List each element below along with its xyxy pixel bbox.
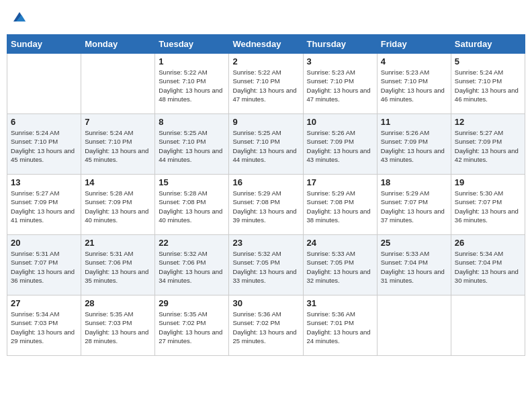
- calendar-day-cell: 7Sunrise: 5:24 AM Sunset: 7:10 PM Daylig…: [81, 114, 155, 175]
- calendar-day-cell: 3Sunrise: 5:23 AM Sunset: 7:10 PM Daylig…: [303, 54, 377, 114]
- calendar-day-cell: [377, 295, 451, 356]
- day-number: 27: [11, 298, 77, 308]
- day-info: Sunrise: 5:23 AM Sunset: 7:10 PM Dayligh…: [307, 68, 373, 103]
- day-number: 18: [381, 177, 447, 187]
- page-header: [7, 7, 525, 30]
- calendar-day-cell: 31Sunrise: 5:36 AM Sunset: 7:01 PM Dayli…: [303, 295, 377, 356]
- calendar-day-cell: 19Sunrise: 5:30 AM Sunset: 7:07 PM Dayli…: [451, 175, 525, 235]
- day-info: Sunrise: 5:28 AM Sunset: 7:08 PM Dayligh…: [159, 189, 225, 224]
- calendar-day-cell: 6Sunrise: 5:24 AM Sunset: 7:10 PM Daylig…: [7, 114, 81, 175]
- day-info: Sunrise: 5:25 AM Sunset: 7:10 PM Dayligh…: [159, 128, 225, 164]
- logo-icon: [12, 9, 27, 24]
- day-info: Sunrise: 5:29 AM Sunset: 7:08 PM Dayligh…: [307, 189, 373, 224]
- day-number: 7: [85, 117, 151, 127]
- day-number: 22: [159, 238, 225, 248]
- day-info: Sunrise: 5:33 AM Sunset: 7:05 PM Dayligh…: [307, 249, 373, 285]
- weekday-header: Sunday: [7, 35, 81, 54]
- day-info: Sunrise: 5:36 AM Sunset: 7:01 PM Dayligh…: [307, 310, 373, 345]
- day-info: Sunrise: 5:27 AM Sunset: 7:09 PM Dayligh…: [455, 128, 521, 164]
- calendar-week-row: 13Sunrise: 5:27 AM Sunset: 7:09 PM Dayli…: [7, 175, 525, 235]
- day-number: 20: [11, 238, 77, 248]
- day-number: 26: [455, 238, 521, 248]
- day-number: 23: [232, 238, 299, 248]
- calendar-day-cell: 23Sunrise: 5:32 AM Sunset: 7:05 PM Dayli…: [229, 235, 303, 295]
- day-number: 10: [307, 117, 373, 127]
- calendar-day-cell: 20Sunrise: 5:31 AM Sunset: 7:07 PM Dayli…: [7, 235, 81, 295]
- day-number: 12: [455, 117, 521, 127]
- day-number: 19: [455, 177, 521, 187]
- calendar-day-cell: [451, 295, 525, 356]
- day-info: Sunrise: 5:24 AM Sunset: 7:10 PM Dayligh…: [11, 128, 77, 164]
- weekday-header: Monday: [81, 35, 155, 54]
- calendar-day-cell: 10Sunrise: 5:26 AM Sunset: 7:09 PM Dayli…: [303, 114, 377, 175]
- calendar-day-cell: 12Sunrise: 5:27 AM Sunset: 7:09 PM Dayli…: [451, 114, 525, 175]
- day-info: Sunrise: 5:22 AM Sunset: 7:10 PM Dayligh…: [232, 68, 299, 103]
- calendar-day-cell: 5Sunrise: 5:24 AM Sunset: 7:10 PM Daylig…: [451, 54, 525, 114]
- calendar-header-row: SundayMondayTuesdayWednesdayThursdayFrid…: [7, 35, 525, 54]
- day-number: 17: [307, 177, 373, 187]
- day-number: 11: [381, 117, 447, 127]
- day-number: 8: [159, 117, 225, 127]
- weekday-header: Saturday: [451, 35, 525, 54]
- day-number: 16: [232, 177, 299, 187]
- calendar-day-cell: 9Sunrise: 5:25 AM Sunset: 7:10 PM Daylig…: [229, 114, 303, 175]
- calendar-day-cell: 29Sunrise: 5:35 AM Sunset: 7:02 PM Dayli…: [155, 295, 229, 356]
- calendar-day-cell: 25Sunrise: 5:33 AM Sunset: 7:04 PM Dayli…: [377, 235, 451, 295]
- calendar-day-cell: 8Sunrise: 5:25 AM Sunset: 7:10 PM Daylig…: [155, 114, 229, 175]
- calendar-day-cell: 21Sunrise: 5:31 AM Sunset: 7:06 PM Dayli…: [81, 235, 155, 295]
- day-number: 14: [85, 177, 151, 187]
- day-info: Sunrise: 5:31 AM Sunset: 7:06 PM Dayligh…: [85, 249, 151, 285]
- day-info: Sunrise: 5:35 AM Sunset: 7:03 PM Dayligh…: [85, 310, 151, 345]
- day-number: 1: [159, 56, 225, 66]
- calendar-day-cell: 26Sunrise: 5:34 AM Sunset: 7:04 PM Dayli…: [451, 235, 525, 295]
- day-info: Sunrise: 5:26 AM Sunset: 7:09 PM Dayligh…: [307, 128, 373, 164]
- calendar-day-cell: 28Sunrise: 5:35 AM Sunset: 7:03 PM Dayli…: [81, 295, 155, 356]
- calendar-day-cell: 24Sunrise: 5:33 AM Sunset: 7:05 PM Dayli…: [303, 235, 377, 295]
- calendar-week-row: 20Sunrise: 5:31 AM Sunset: 7:07 PM Dayli…: [7, 235, 525, 295]
- weekday-header: Tuesday: [155, 35, 229, 54]
- day-number: 30: [232, 298, 299, 308]
- day-number: 28: [85, 298, 151, 308]
- day-info: Sunrise: 5:34 AM Sunset: 7:04 PM Dayligh…: [455, 249, 521, 285]
- day-number: 6: [11, 117, 77, 127]
- day-number: 15: [159, 177, 225, 187]
- calendar-day-cell: 11Sunrise: 5:26 AM Sunset: 7:09 PM Dayli…: [377, 114, 451, 175]
- day-info: Sunrise: 5:29 AM Sunset: 7:07 PM Dayligh…: [381, 189, 447, 224]
- calendar-day-cell: 4Sunrise: 5:23 AM Sunset: 7:10 PM Daylig…: [377, 54, 451, 114]
- day-info: Sunrise: 5:28 AM Sunset: 7:09 PM Dayligh…: [85, 189, 151, 224]
- weekday-header: Thursday: [303, 35, 377, 54]
- calendar-day-cell: [81, 54, 155, 114]
- day-number: 4: [381, 56, 447, 66]
- calendar-day-cell: 1Sunrise: 5:22 AM Sunset: 7:10 PM Daylig…: [155, 54, 229, 114]
- day-number: 9: [232, 117, 299, 127]
- calendar-day-cell: 13Sunrise: 5:27 AM Sunset: 7:09 PM Dayli…: [7, 175, 81, 235]
- day-number: 13: [11, 177, 77, 187]
- weekday-header: Wednesday: [229, 35, 303, 54]
- day-number: 29: [159, 298, 225, 308]
- calendar-day-cell: 27Sunrise: 5:34 AM Sunset: 7:03 PM Dayli…: [7, 295, 81, 356]
- calendar-table: SundayMondayTuesdayWednesdayThursdayFrid…: [7, 34, 525, 356]
- calendar-day-cell: 2Sunrise: 5:22 AM Sunset: 7:10 PM Daylig…: [229, 54, 303, 114]
- day-info: Sunrise: 5:34 AM Sunset: 7:03 PM Dayligh…: [11, 310, 77, 345]
- calendar-week-row: 1Sunrise: 5:22 AM Sunset: 7:10 PM Daylig…: [7, 54, 525, 114]
- day-number: 31: [307, 298, 373, 308]
- day-number: 21: [85, 238, 151, 248]
- day-info: Sunrise: 5:24 AM Sunset: 7:10 PM Dayligh…: [455, 68, 521, 103]
- calendar-day-cell: [7, 54, 81, 114]
- day-info: Sunrise: 5:22 AM Sunset: 7:10 PM Dayligh…: [159, 68, 225, 103]
- day-number: 25: [381, 238, 447, 248]
- calendar-day-cell: 30Sunrise: 5:36 AM Sunset: 7:02 PM Dayli…: [229, 295, 303, 356]
- calendar-day-cell: 22Sunrise: 5:32 AM Sunset: 7:06 PM Dayli…: [155, 235, 229, 295]
- day-info: Sunrise: 5:23 AM Sunset: 7:10 PM Dayligh…: [381, 68, 447, 103]
- day-info: Sunrise: 5:29 AM Sunset: 7:08 PM Dayligh…: [232, 189, 299, 224]
- calendar-day-cell: 14Sunrise: 5:28 AM Sunset: 7:09 PM Dayli…: [81, 175, 155, 235]
- calendar-week-row: 6Sunrise: 5:24 AM Sunset: 7:10 PM Daylig…: [7, 114, 525, 175]
- calendar-day-cell: 15Sunrise: 5:28 AM Sunset: 7:08 PM Dayli…: [155, 175, 229, 235]
- day-info: Sunrise: 5:30 AM Sunset: 7:07 PM Dayligh…: [455, 189, 521, 224]
- day-info: Sunrise: 5:33 AM Sunset: 7:04 PM Dayligh…: [381, 249, 447, 285]
- day-number: 24: [307, 238, 373, 248]
- calendar-day-cell: 16Sunrise: 5:29 AM Sunset: 7:08 PM Dayli…: [229, 175, 303, 235]
- day-info: Sunrise: 5:32 AM Sunset: 7:05 PM Dayligh…: [232, 249, 299, 285]
- calendar-day-cell: 18Sunrise: 5:29 AM Sunset: 7:07 PM Dayli…: [377, 175, 451, 235]
- day-info: Sunrise: 5:26 AM Sunset: 7:09 PM Dayligh…: [381, 128, 447, 164]
